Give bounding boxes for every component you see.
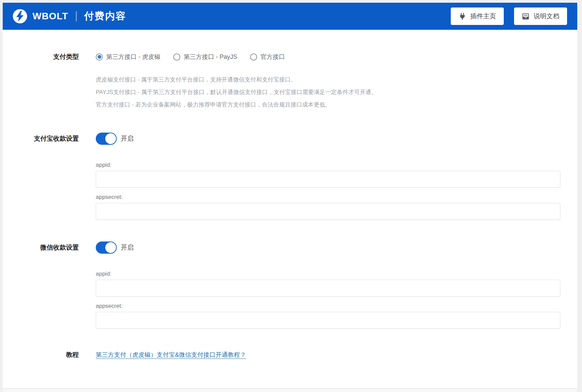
plugin-home-button-label: 插件主页 bbox=[470, 12, 496, 21]
wechat-settings-row: 微信收款设置 开启 bbox=[3, 241, 577, 254]
alipay-appsecret-field: appsecret: bbox=[96, 194, 577, 220]
wechat-appid-input[interactable] bbox=[96, 280, 560, 297]
brand-name: WBOLT bbox=[32, 11, 68, 22]
alipay-toggle[interactable] bbox=[96, 133, 117, 145]
alipay-settings-row: 支付宝收款设置 开启 bbox=[3, 133, 577, 145]
radio-unselected-icon[interactable] bbox=[173, 53, 180, 61]
wechat-appsecret-label: appsecret: bbox=[96, 303, 577, 309]
alipay-appsecret-input[interactable] bbox=[96, 203, 560, 220]
tutorial-row: 教程 第三方支付（虎皮椒）支付宝&微信支付接口开通教程？ bbox=[3, 350, 577, 382]
wechat-settings-label: 微信收款设置 bbox=[3, 243, 79, 252]
wechat-toggle-wrap: 开启 bbox=[96, 241, 577, 254]
radio-unselected-icon[interactable] bbox=[250, 53, 257, 61]
payment-type-row: 支付类型 第三方接口 - 虎皮椒 第三方接口 - PayJS 官方接口 bbox=[3, 52, 577, 61]
docs-button[interactable]: 说明文档 bbox=[514, 7, 567, 25]
alipay-appid-input[interactable] bbox=[96, 171, 560, 188]
radio-huphone-label: 第三方接口 - 虎皮椒 bbox=[106, 53, 160, 61]
wechat-appid-row: appid: bbox=[3, 254, 577, 297]
radio-official-label: 官方接口 bbox=[261, 53, 285, 61]
radio-payjs-label: 第三方接口 - PayJS bbox=[184, 53, 237, 61]
radio-official[interactable]: 官方接口 bbox=[250, 53, 285, 61]
page-title: 付费内容 bbox=[84, 9, 126, 23]
alipay-appsecret-label: appsecret: bbox=[96, 194, 577, 201]
brand: WBOLT 付费内容 bbox=[12, 8, 126, 24]
alipay-appsecret-row: appsecret: bbox=[3, 188, 577, 220]
header-divider bbox=[76, 11, 77, 21]
payment-type-desc-row: 虎皮椒支付接口 - 属于第三方支付平台接口，支持开通微信支付和支付宝接口。 PA… bbox=[3, 61, 577, 111]
payment-type-descriptions: 虎皮椒支付接口 - 属于第三方支付平台接口，支持开通微信支付和支付宝接口。 PA… bbox=[96, 73, 577, 111]
plugin-home-button[interactable]: 插件主页 bbox=[451, 7, 504, 25]
tutorial-link[interactable]: 第三方支付（虎皮椒）支付宝&微信支付接口开通教程？ bbox=[96, 351, 246, 358]
payment-type-options: 第三方接口 - 虎皮椒 第三方接口 - PayJS 官方接口 bbox=[96, 53, 577, 61]
wechat-appsecret-row: appsecret: bbox=[3, 297, 577, 329]
radio-selected-icon[interactable] bbox=[96, 53, 103, 61]
docs-button-label: 说明文档 bbox=[534, 12, 559, 21]
toggle-knob bbox=[105, 242, 116, 253]
payment-type-label: 支付类型 bbox=[3, 52, 79, 61]
tutorial-label: 教程 bbox=[3, 350, 79, 359]
radio-payjs[interactable]: 第三方接口 - PayJS bbox=[173, 53, 237, 61]
alipay-toggle-wrap: 开启 bbox=[96, 133, 577, 145]
alipay-toggle-state: 开启 bbox=[121, 134, 134, 143]
wechat-toggle-state: 开启 bbox=[121, 243, 134, 252]
plugin-settings-page: WBOLT 付费内容 插件主页 bbox=[3, 3, 577, 392]
desc-hupijiao: 虎皮椒支付接口 - 属于第三方支付平台接口，支持开通微信支付和支付宝接口。 bbox=[96, 73, 577, 86]
radio-huphone[interactable]: 第三方接口 - 虎皮椒 bbox=[96, 53, 160, 61]
footer-strip bbox=[3, 388, 577, 392]
wechat-toggle[interactable] bbox=[96, 241, 117, 254]
wechat-appid-field: appid: bbox=[96, 271, 577, 297]
wbolt-logo-bolt-icon bbox=[12, 8, 28, 24]
alipay-appid-row: appid: bbox=[3, 145, 577, 188]
alipay-appid-field: appid: bbox=[96, 162, 577, 188]
app-header: WBOLT 付费内容 插件主页 bbox=[3, 3, 577, 30]
desc-official: 官方支付接口 - 若为企业备案网站，极力推荐申请官方支付接口，合法合规且接口成本… bbox=[96, 98, 577, 111]
header-actions: 插件主页 说明文档 bbox=[451, 7, 567, 25]
alipay-settings-label: 支付宝收款设置 bbox=[3, 134, 79, 143]
wechat-appsecret-input[interactable] bbox=[96, 312, 560, 329]
alipay-appid-label: appid: bbox=[96, 162, 577, 168]
desc-payjs: PAYJS支付接口 - 属于第三方支付平台接口，默认开通微信支付接口，支付宝接口… bbox=[96, 86, 577, 98]
settings-form: 支付类型 第三方接口 - 虎皮椒 第三方接口 - PayJS 官方接口 bbox=[3, 30, 577, 388]
wechat-appsecret-field: appsecret: bbox=[96, 303, 577, 329]
doc-icon bbox=[522, 13, 530, 20]
toggle-knob bbox=[105, 133, 116, 144]
wechat-appid-label: appid: bbox=[96, 271, 577, 277]
plug-icon bbox=[458, 13, 466, 20]
